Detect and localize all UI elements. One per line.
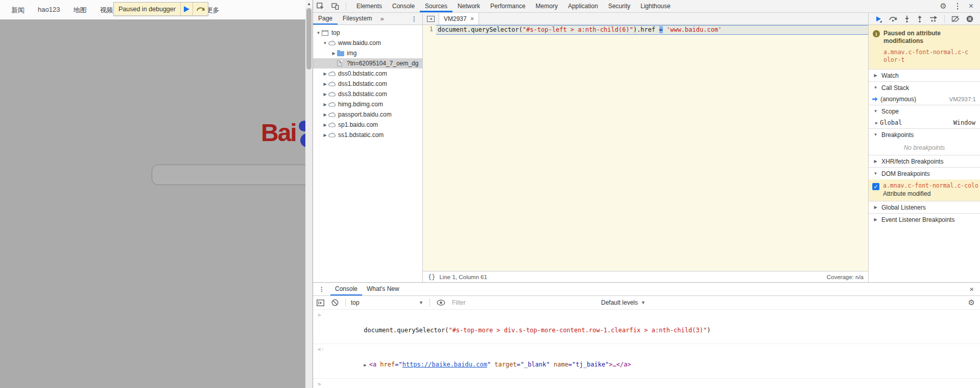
step-over-button[interactable]: [889, 15, 897, 22]
scrollbar-thumb[interactable]: [306, 8, 312, 70]
navigator-tab-filesystem[interactable]: Filesystem: [338, 13, 377, 25]
step-over-button[interactable]: [193, 3, 208, 15]
event-listener-breakpoints-section-header[interactable]: ▶ Event Listener Breakpoints: [869, 214, 980, 225]
log-levels-dropdown[interactable]: Default levels ▼: [601, 299, 646, 306]
disclosure-closed-icon[interactable]: ▶: [322, 133, 328, 138]
disclosure-open-icon[interactable]: ▼: [315, 31, 322, 35]
console-input-message: > document.querySelector("#s-top-more > …: [313, 310, 980, 344]
tab-application[interactable]: Application: [563, 0, 603, 12]
toggle-navigator-button[interactable]: ◂: [423, 13, 439, 25]
call-stack-section-header[interactable]: ▼ Call Stack: [869, 82, 980, 94]
tab-security[interactable]: Security: [603, 0, 635, 12]
console-settings-button[interactable]: ⚙: [966, 298, 980, 307]
editor-tab-vm2937[interactable]: VM2937 ×: [439, 13, 479, 25]
resume-button[interactable]: [875, 15, 882, 22]
live-expression-button[interactable]: [433, 300, 449, 306]
tree-item-himg[interactable]: ▶ himg.bdimg.com: [313, 99, 422, 109]
scope-section-header[interactable]: ▼ Scope: [869, 105, 980, 117]
tab-network[interactable]: Network: [452, 0, 485, 12]
drawer-tab-console[interactable]: Console: [330, 283, 362, 295]
step-out-icon: [917, 15, 923, 22]
execution-context-selector[interactable]: top ▼: [349, 299, 426, 306]
tab-console[interactable]: Console: [387, 0, 420, 12]
disclosure-closed-icon[interactable]: ▶: [322, 123, 328, 127]
nav-link-video[interactable]: 视频: [100, 6, 113, 15]
drawer-menu-icon[interactable]: ⋮: [313, 286, 330, 293]
dom-breakpoint-item[interactable]: ✓ a.mnav.c-font-normal.c-color- Attribut…: [869, 179, 980, 201]
xhr-breakpoints-section-header[interactable]: ▶ XHR/fetch Breakpoints: [869, 155, 980, 167]
baidu-search-input[interactable]: [152, 165, 305, 185]
console-filter-input[interactable]: [452, 298, 595, 308]
console-sidebar-toggle-button[interactable]: [313, 300, 328, 306]
pause-on-exceptions-button[interactable]: [966, 15, 973, 22]
step-button[interactable]: [929, 15, 938, 22]
section-scope: ▼ Scope ▶ Global Window: [869, 105, 980, 128]
scope-global-row[interactable]: ▶ Global Window: [869, 117, 980, 128]
dropdown-arrow-icon: ▼: [419, 300, 426, 305]
editor-content[interactable]: 1 document.querySelector("#s-top-left > …: [423, 25, 868, 271]
disclosure-open-icon[interactable]: ▼: [322, 41, 328, 45]
disclosure-closed-icon[interactable]: ▶: [322, 102, 328, 107]
cloud-icon: [328, 122, 338, 127]
tab-elements[interactable]: Elements: [351, 0, 387, 12]
devtools-settings-button[interactable]: ⚙: [937, 2, 949, 11]
console-toolbar: top ▼ Default levels ▼ ⚙: [313, 296, 980, 310]
drawer-close-button[interactable]: ×: [963, 285, 980, 293]
devtools-close-button[interactable]: ×: [966, 2, 976, 11]
global-listeners-section-header[interactable]: ▶ Global Listeners: [869, 201, 980, 213]
tab-lighthouse[interactable]: Lighthouse: [635, 0, 676, 12]
pretty-print-button[interactable]: {}: [423, 273, 439, 281]
toolbar-divider: [345, 299, 346, 307]
dom-breakpoint-checkbox[interactable]: ✓: [872, 183, 879, 190]
dom-breakpoints-section-header[interactable]: ▼ DOM Breakpoints: [869, 168, 980, 179]
info-icon: i: [873, 30, 880, 37]
tab-memory[interactable]: Memory: [531, 0, 563, 12]
breakpoints-section-header[interactable]: ▼ Breakpoints: [869, 129, 980, 141]
tab-performance[interactable]: Performance: [485, 0, 531, 12]
call-stack-frame[interactable]: (anonymous) VM2937:1: [869, 94, 980, 105]
tab-sources[interactable]: Sources: [420, 0, 452, 12]
nav-link-news[interactable]: 新闻: [11, 6, 25, 15]
step-into-button[interactable]: [904, 15, 910, 22]
deactivate-breakpoints-button[interactable]: [951, 16, 960, 22]
watch-section-header[interactable]: ▶ Watch: [869, 70, 980, 81]
disclosure-closed-icon: ▶: [873, 121, 880, 125]
device-toolbar-button[interactable]: [328, 3, 343, 10]
page-scrollbar[interactable]: ▲: [305, 0, 313, 388]
resume-script-button[interactable]: [180, 3, 193, 15]
tree-item-img[interactable]: ▶ img: [313, 48, 422, 58]
clear-console-icon: [331, 299, 339, 306]
section-dom-breakpoints: ▼ DOM Breakpoints ✓ a.mnav.c-font-normal…: [869, 167, 980, 201]
disclosure-closed-icon[interactable]: ▶: [322, 92, 328, 97]
step-out-button[interactable]: [917, 15, 923, 22]
disclosure-closed-icon[interactable]: ▶: [322, 112, 328, 117]
tree-item-passport[interactable]: ▶ passport.baidu.com: [313, 109, 422, 120]
disclosure-closed-icon[interactable]: ▶: [330, 51, 337, 56]
drawer-tab-whats-new[interactable]: What's New: [362, 283, 404, 295]
tree-item-ss1[interactable]: ▶ ss1.bdstatic.com: [313, 130, 422, 140]
navigator-tab-page[interactable]: Page: [313, 13, 338, 25]
scrollbar-up-arrow[interactable]: ▲: [305, 0, 313, 8]
disclosure-closed-icon[interactable]: ▶: [322, 72, 328, 76]
nav-link-hao123[interactable]: hao123: [38, 6, 60, 15]
tree-item-www-baidu-com[interactable]: ▼ www.baidu.com: [313, 38, 422, 48]
more-tabs-icon[interactable]: »: [377, 15, 387, 22]
tab-close-icon[interactable]: ×: [470, 15, 474, 22]
disclosure-closed-icon[interactable]: ▶: [322, 82, 328, 86]
baike-link[interactable]: https://baike.baidu.com: [402, 361, 487, 368]
expand-element-icon[interactable]: ▶: [364, 362, 366, 368]
console-element-result: <· ▶<a href="https://baike.baidu.com" ta…: [313, 344, 980, 379]
tree-item-tn-file[interactable]: ?tn=62095104_7_oem_dg: [313, 58, 422, 69]
disclosure-open-icon: ▼: [873, 109, 878, 113]
tree-item-top[interactable]: ▼ top: [313, 28, 422, 38]
navigator-menu-icon[interactable]: ⋮: [406, 15, 422, 22]
inspect-element-button[interactable]: [313, 3, 328, 10]
devtools-menu-button[interactable]: ⋮: [951, 2, 964, 11]
clear-console-button[interactable]: [328, 299, 342, 306]
tree-item-dss3[interactable]: ▶ dss3.bdstatic.com: [313, 89, 422, 99]
nav-link-map[interactable]: 地图: [73, 6, 86, 15]
tree-item-sp1[interactable]: ▶ sp1.baidu.com: [313, 120, 422, 130]
step-into-icon: [904, 15, 910, 22]
tree-item-dss0[interactable]: ▶ dss0.bdstatic.com: [313, 69, 422, 79]
tree-item-dss1[interactable]: ▶ dss1.bdstatic.com: [313, 79, 422, 89]
